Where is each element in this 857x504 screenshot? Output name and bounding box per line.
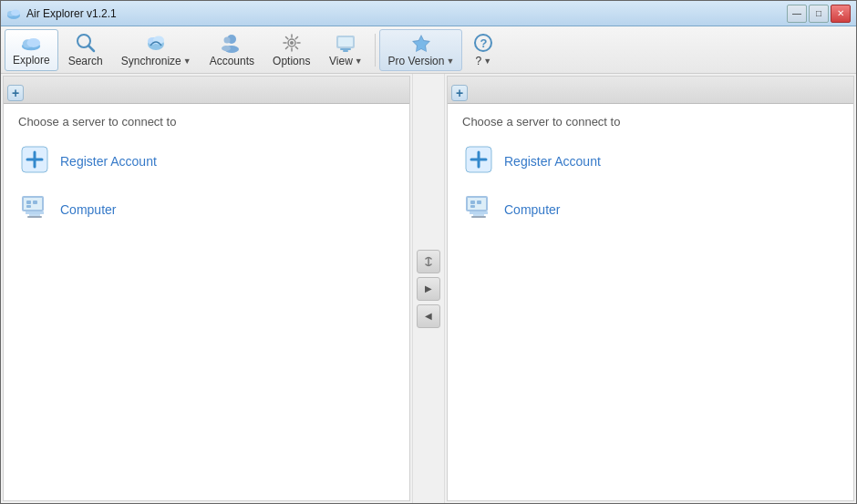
search-icon <box>75 33 97 53</box>
accounts-label: Accounts <box>210 55 254 67</box>
options-button[interactable]: Options <box>264 29 318 71</box>
left-panel-tabs: + <box>4 77 409 104</box>
search-label: Search <box>68 55 103 67</box>
explore-label: Explore <box>13 54 50 67</box>
left-computer-icon <box>18 191 51 227</box>
accounts-icon <box>221 33 243 53</box>
svg-rect-34 <box>33 201 37 204</box>
move-right-icon: ▶ <box>425 283 432 293</box>
svg-point-5 <box>27 37 41 46</box>
view-dropdown-arrow: ▼ <box>355 57 363 66</box>
right-computer-icon <box>462 191 495 227</box>
svg-rect-29 <box>24 198 42 210</box>
svg-rect-43 <box>473 214 484 216</box>
left-panel-subtitle: Choose a server to connect to <box>18 115 395 129</box>
right-add-tab-button[interactable]: + <box>451 85 468 101</box>
svg-rect-30 <box>26 211 44 214</box>
move-left-icon: ◀ <box>425 311 432 321</box>
right-panel-tabs: + <box>448 77 853 104</box>
svg-rect-33 <box>26 201 31 204</box>
main-window: Air Explorer v1.2.1 — □ ✕ Explore <box>0 0 857 504</box>
pro-icon <box>410 33 432 53</box>
right-panel-subtitle: Choose a server to connect to <box>462 115 839 129</box>
help-dropdown-arrow: ▼ <box>483 57 491 66</box>
move-right-button[interactable]: ▶ <box>417 277 440 301</box>
svg-rect-31 <box>29 214 40 216</box>
panel-divider: ▶ ◀ <box>412 74 445 503</box>
svg-rect-44 <box>471 216 486 218</box>
left-computer-item[interactable]: Computer <box>18 191 395 227</box>
svg-point-13 <box>224 36 231 43</box>
link-panels-button[interactable] <box>417 250 440 273</box>
svg-rect-35 <box>26 205 31 208</box>
options-label: Options <box>273 55 310 67</box>
toolbar-separator <box>375 34 376 67</box>
pro-version-label: Pro Version <box>387 55 444 67</box>
sync-icon <box>145 33 167 53</box>
explore-icon <box>20 34 42 52</box>
search-button[interactable]: Search <box>60 29 111 71</box>
svg-rect-42 <box>470 211 488 214</box>
options-icon <box>281 33 303 53</box>
sync-label: Synchronize <box>121 55 181 67</box>
svg-rect-32 <box>27 216 42 218</box>
help-icon: ? <box>472 33 494 53</box>
right-computer-item[interactable]: Computer <box>462 191 839 227</box>
right-panel-body: Choose a server to connect to Register A… <box>448 104 853 500</box>
view-button[interactable]: View ▼ <box>320 29 371 71</box>
view-label: View <box>329 55 353 67</box>
svg-rect-47 <box>470 205 475 208</box>
svg-point-2 <box>11 9 20 15</box>
right-panel: + Choose a server to connect to Register… <box>447 76 854 501</box>
sync-dropdown-arrow: ▼ <box>183 57 191 66</box>
synchronize-button[interactable]: Synchronize ▼ <box>113 29 200 71</box>
window-title: Air Explorer v1.2.1 <box>26 7 117 20</box>
maximize-button[interactable]: □ <box>809 5 829 23</box>
left-register-account-item[interactable]: Register Account <box>18 143 395 179</box>
svg-rect-46 <box>477 201 481 204</box>
svg-line-7 <box>88 46 94 51</box>
accounts-button[interactable]: Accounts <box>201 29 263 71</box>
close-button[interactable]: ✕ <box>831 5 851 23</box>
svg-rect-45 <box>470 201 475 204</box>
svg-text:?: ? <box>480 36 488 50</box>
svg-rect-41 <box>468 198 486 210</box>
right-plus-icon <box>462 143 495 179</box>
toolbar: Explore Search Sy <box>1 26 856 74</box>
help-label: ? <box>476 55 482 67</box>
pro-version-button[interactable]: Pro Version ▼ <box>379 29 462 71</box>
left-plus-icon <box>18 143 51 179</box>
svg-point-16 <box>290 41 294 45</box>
left-computer-label: Computer <box>60 202 116 217</box>
title-bar: Air Explorer v1.2.1 — □ ✕ <box>1 1 856 26</box>
left-register-account-label: Register Account <box>60 154 157 169</box>
right-register-account-label: Register Account <box>504 154 601 169</box>
view-icon <box>335 33 356 53</box>
main-content: + Choose a server to connect to Register… <box>1 74 856 503</box>
help-button[interactable]: ? ? ▼ <box>464 29 502 71</box>
svg-rect-19 <box>340 48 351 50</box>
svg-point-14 <box>222 46 231 51</box>
right-register-account-item[interactable]: Register Account <box>462 143 839 179</box>
move-left-button[interactable]: ◀ <box>417 304 440 328</box>
minimize-button[interactable]: — <box>787 5 807 23</box>
svg-rect-18 <box>338 37 353 46</box>
explore-button[interactable]: Explore <box>5 29 58 71</box>
svg-rect-20 <box>343 50 348 52</box>
app-icon <box>6 6 21 21</box>
right-computer-label: Computer <box>504 202 560 217</box>
pro-dropdown-arrow: ▼ <box>446 57 454 66</box>
left-panel-body: Choose a server to connect to Register A… <box>4 104 409 500</box>
left-panel: + Choose a server to connect to Register… <box>3 76 410 501</box>
left-add-tab-button[interactable]: + <box>7 85 24 101</box>
